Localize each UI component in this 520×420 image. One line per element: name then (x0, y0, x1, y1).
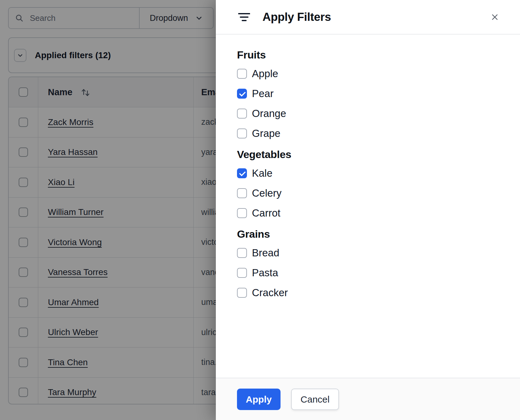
filter-option[interactable]: Orange (237, 109, 508, 119)
filter-option[interactable]: Pasta (237, 268, 508, 278)
filter-section-vegetables: Vegetables Kale Celery Carrot (237, 148, 508, 218)
filter-option[interactable]: Carrot (237, 208, 508, 218)
filter-option[interactable]: Pear (237, 89, 508, 99)
filter-option[interactable]: Grape (237, 128, 508, 138)
option-label: Pasta (252, 267, 278, 278)
option-label: Grape (252, 128, 281, 139)
option-label: Apple (252, 68, 278, 79)
option-label: Carrot (252, 208, 281, 219)
option-label: Celery (252, 188, 281, 199)
option-label: Pear (252, 88, 274, 99)
filter-section-grains: Grains Bread Pasta Cracker (237, 228, 508, 298)
section-heading: Vegetables (237, 148, 508, 160)
checkbox[interactable] (237, 168, 247, 178)
checkbox[interactable] (237, 89, 247, 99)
apply-button[interactable]: Apply (237, 389, 281, 410)
screen: Dropdown Applied filters (12) Name (0, 0, 520, 420)
filter-panel: Apply Filters Fruits Apple Pear (216, 0, 520, 420)
checkbox[interactable] (237, 288, 247, 298)
checkbox[interactable] (237, 248, 247, 258)
checkbox[interactable] (237, 188, 247, 198)
section-heading: Grains (237, 228, 508, 240)
filter-option[interactable]: Cracker (237, 288, 508, 298)
checkbox[interactable] (237, 109, 247, 119)
filter-option[interactable]: Kale (237, 168, 508, 178)
checkbox[interactable] (237, 69, 247, 79)
filter-panel-body: Fruits Apple Pear Orange Grape (216, 35, 520, 298)
cancel-button[interactable]: Cancel (291, 389, 339, 410)
filter-option[interactable]: Celery (237, 188, 508, 198)
filter-option[interactable]: Apple (237, 69, 508, 79)
close-icon (491, 13, 499, 21)
filter-panel-footer: Apply Cancel (216, 378, 520, 420)
option-label: Orange (252, 108, 286, 119)
checkbox[interactable] (237, 128, 247, 138)
section-heading: Fruits (237, 49, 508, 61)
filter-icon (238, 12, 250, 22)
checkbox[interactable] (237, 268, 247, 278)
filter-panel-header: Apply Filters (216, 0, 520, 35)
panel-title: Apply Filters (262, 11, 331, 24)
filter-section-fruits: Fruits Apple Pear Orange Grape (237, 49, 508, 138)
option-label: Cracker (252, 287, 288, 298)
filter-option[interactable]: Bread (237, 248, 508, 258)
checkbox[interactable] (237, 208, 247, 218)
close-button[interactable] (490, 12, 500, 22)
option-label: Bread (252, 247, 279, 259)
option-label: Kale (252, 168, 272, 179)
